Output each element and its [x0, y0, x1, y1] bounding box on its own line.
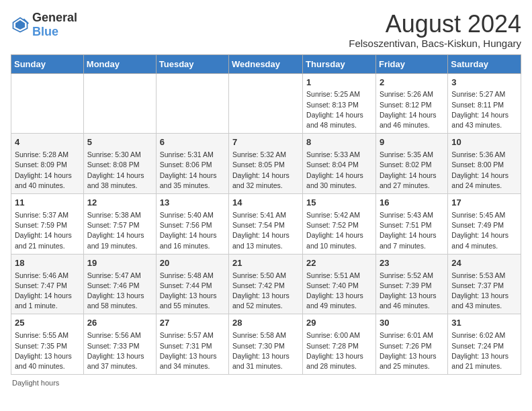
- day-number: 8: [306, 136, 372, 149]
- month-title: August 2024: [349, 11, 521, 38]
- calendar-table: SundayMondayTuesdayWednesdayThursdayFrid…: [11, 54, 521, 375]
- calendar-cell: 21Sunrise: 5:50 AM Sunset: 7:42 PM Dayli…: [229, 254, 303, 314]
- calendar-cell: 10Sunrise: 5:36 AM Sunset: 8:00 PM Dayli…: [448, 134, 521, 194]
- calendar-cell: 30Sunrise: 6:01 AM Sunset: 7:26 PM Dayli…: [375, 314, 447, 375]
- logo-general: General: [32, 11, 77, 24]
- day-number: 11: [15, 197, 80, 210]
- day-number: 5: [87, 136, 152, 149]
- day-number: 20: [160, 257, 225, 270]
- calendar-cell: 19Sunrise: 5:47 AM Sunset: 7:46 PM Dayli…: [83, 254, 156, 314]
- day-info: Sunrise: 6:00 AM Sunset: 7:28 PM Dayligh…: [306, 331, 363, 370]
- day-info: Sunrise: 5:25 AM Sunset: 8:13 PM Dayligh…: [306, 90, 363, 129]
- calendar-cell: 22Sunrise: 5:51 AM Sunset: 7:40 PM Dayli…: [303, 254, 376, 314]
- footer-note: Daylight hours: [11, 379, 521, 387]
- day-number: 28: [232, 317, 299, 330]
- day-info: Sunrise: 5:28 AM Sunset: 8:09 PM Dayligh…: [15, 150, 72, 189]
- day-info: Sunrise: 5:30 AM Sunset: 8:08 PM Dayligh…: [87, 150, 144, 189]
- calendar-cell: 25Sunrise: 5:55 AM Sunset: 7:35 PM Dayli…: [11, 314, 84, 375]
- day-number: 15: [306, 197, 372, 210]
- calendar-cell: 6Sunrise: 5:31 AM Sunset: 8:06 PM Daylig…: [156, 134, 228, 194]
- calendar-cell: 12Sunrise: 5:38 AM Sunset: 7:57 PM Dayli…: [83, 194, 156, 255]
- logo: General Blue: [11, 11, 77, 39]
- day-number: 31: [451, 317, 517, 330]
- day-number: 21: [232, 257, 299, 270]
- calendar-cell: [11, 73, 84, 134]
- calendar-cell: 2Sunrise: 5:26 AM Sunset: 8:12 PM Daylig…: [375, 73, 447, 134]
- day-info: Sunrise: 5:43 AM Sunset: 7:51 PM Dayligh…: [380, 211, 437, 250]
- day-info: Sunrise: 5:27 AM Sunset: 8:11 PM Dayligh…: [451, 90, 508, 129]
- calendar-cell: 1Sunrise: 5:25 AM Sunset: 8:13 PM Daylig…: [303, 73, 376, 134]
- calendar-cell: 3Sunrise: 5:27 AM Sunset: 8:11 PM Daylig…: [448, 73, 521, 134]
- day-info: Sunrise: 6:01 AM Sunset: 7:26 PM Dayligh…: [380, 331, 437, 370]
- day-number: 14: [232, 197, 299, 210]
- calendar-cell: 31Sunrise: 6:02 AM Sunset: 7:24 PM Dayli…: [448, 314, 521, 375]
- day-info: Sunrise: 5:32 AM Sunset: 8:05 PM Dayligh…: [232, 150, 290, 189]
- day-number: 16: [380, 197, 444, 210]
- day-header: Monday: [83, 54, 156, 73]
- calendar-cell: 23Sunrise: 5:52 AM Sunset: 7:39 PM Dayli…: [375, 254, 447, 314]
- day-header: Wednesday: [229, 54, 303, 73]
- day-info: Sunrise: 5:55 AM Sunset: 7:35 PM Dayligh…: [15, 331, 72, 370]
- day-header: Saturday: [448, 54, 521, 73]
- day-info: Sunrise: 5:47 AM Sunset: 7:46 PM Dayligh…: [87, 271, 144, 310]
- calendar-cell: 14Sunrise: 5:41 AM Sunset: 7:54 PM Dayli…: [229, 194, 303, 255]
- day-number: 13: [160, 197, 225, 210]
- day-info: Sunrise: 5:38 AM Sunset: 7:57 PM Dayligh…: [87, 211, 144, 250]
- calendar-cell: 13Sunrise: 5:40 AM Sunset: 7:56 PM Dayli…: [156, 194, 228, 255]
- day-info: Sunrise: 5:48 AM Sunset: 7:44 PM Dayligh…: [160, 271, 217, 310]
- day-info: Sunrise: 5:35 AM Sunset: 8:02 PM Dayligh…: [380, 150, 437, 189]
- calendar-cell: 11Sunrise: 5:37 AM Sunset: 7:59 PM Dayli…: [11, 194, 84, 255]
- day-number: 24: [451, 257, 517, 270]
- day-number: 4: [15, 136, 80, 149]
- calendar-cell: 8Sunrise: 5:33 AM Sunset: 8:04 PM Daylig…: [303, 134, 376, 194]
- day-info: Sunrise: 5:37 AM Sunset: 7:59 PM Dayligh…: [15, 211, 72, 250]
- calendar-cell: 15Sunrise: 5:42 AM Sunset: 7:52 PM Dayli…: [303, 194, 376, 255]
- day-info: Sunrise: 5:26 AM Sunset: 8:12 PM Dayligh…: [380, 90, 437, 129]
- calendar-cell: [229, 73, 303, 134]
- day-number: 1: [306, 77, 372, 89]
- day-info: Sunrise: 5:57 AM Sunset: 7:31 PM Dayligh…: [160, 331, 217, 370]
- day-info: Sunrise: 5:52 AM Sunset: 7:39 PM Dayligh…: [380, 271, 437, 310]
- day-info: Sunrise: 5:42 AM Sunset: 7:52 PM Dayligh…: [306, 211, 363, 250]
- day-info: Sunrise: 5:45 AM Sunset: 7:49 PM Dayligh…: [451, 211, 508, 250]
- day-info: Sunrise: 5:50 AM Sunset: 7:42 PM Dayligh…: [232, 271, 290, 310]
- calendar-cell: 16Sunrise: 5:43 AM Sunset: 7:51 PM Dayli…: [375, 194, 447, 255]
- day-number: 3: [451, 77, 517, 89]
- day-info: Sunrise: 5:36 AM Sunset: 8:00 PM Dayligh…: [451, 150, 508, 189]
- calendar-cell: 27Sunrise: 5:57 AM Sunset: 7:31 PM Dayli…: [156, 314, 228, 375]
- day-number: 12: [87, 197, 152, 210]
- day-number: 17: [451, 197, 517, 210]
- day-header: Thursday: [303, 54, 376, 73]
- calendar-cell: 29Sunrise: 6:00 AM Sunset: 7:28 PM Dayli…: [303, 314, 376, 375]
- calendar-cell: 9Sunrise: 5:35 AM Sunset: 8:02 PM Daylig…: [375, 134, 447, 194]
- day-header: Sunday: [11, 54, 84, 73]
- day-number: 2: [380, 77, 444, 89]
- calendar-cell: [156, 73, 228, 134]
- location-title: Felsoszentivan, Bacs-Kiskun, Hungary: [349, 38, 521, 49]
- day-number: 7: [232, 136, 299, 149]
- calendar-cell: [83, 73, 156, 134]
- day-info: Sunrise: 5:56 AM Sunset: 7:33 PM Dayligh…: [87, 331, 144, 370]
- calendar-cell: 20Sunrise: 5:48 AM Sunset: 7:44 PM Dayli…: [156, 254, 228, 314]
- day-info: Sunrise: 5:31 AM Sunset: 8:06 PM Dayligh…: [160, 150, 217, 189]
- day-number: 22: [306, 257, 372, 270]
- day-number: 25: [15, 317, 80, 330]
- logo-blue: Blue: [32, 25, 58, 38]
- day-number: 10: [451, 136, 517, 149]
- day-info: Sunrise: 5:40 AM Sunset: 7:56 PM Dayligh…: [160, 211, 217, 250]
- day-number: 26: [87, 317, 152, 330]
- day-number: 19: [87, 257, 152, 270]
- day-number: 18: [15, 257, 80, 270]
- day-info: Sunrise: 5:51 AM Sunset: 7:40 PM Dayligh…: [306, 271, 363, 310]
- calendar-cell: 17Sunrise: 5:45 AM Sunset: 7:49 PM Dayli…: [448, 194, 521, 255]
- calendar-cell: 24Sunrise: 5:53 AM Sunset: 7:37 PM Dayli…: [448, 254, 521, 314]
- day-info: Sunrise: 5:58 AM Sunset: 7:30 PM Dayligh…: [232, 331, 290, 370]
- day-info: Sunrise: 5:46 AM Sunset: 7:47 PM Dayligh…: [15, 271, 72, 310]
- day-number: 6: [160, 136, 225, 149]
- day-info: Sunrise: 5:53 AM Sunset: 7:37 PM Dayligh…: [451, 271, 508, 310]
- day-number: 27: [160, 317, 225, 330]
- calendar-cell: 7Sunrise: 5:32 AM Sunset: 8:05 PM Daylig…: [229, 134, 303, 194]
- day-number: 30: [380, 317, 444, 330]
- day-info: Sunrise: 5:41 AM Sunset: 7:54 PM Dayligh…: [232, 211, 290, 250]
- day-header: Friday: [375, 54, 447, 73]
